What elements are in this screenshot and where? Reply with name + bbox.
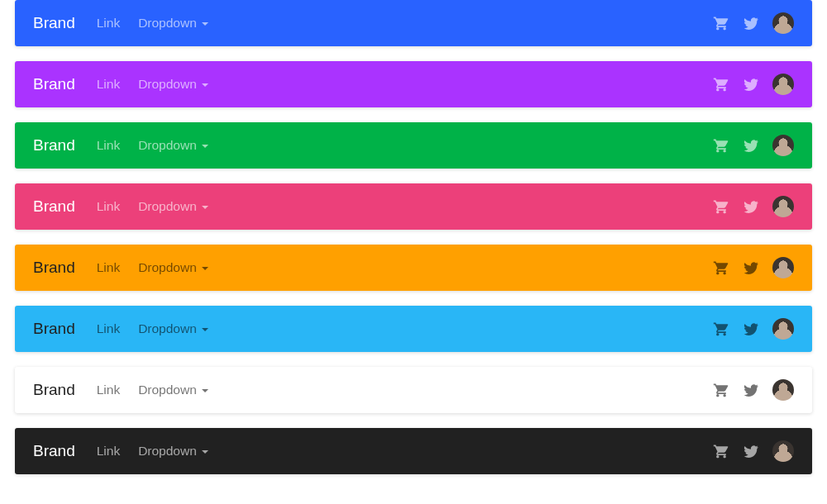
- nav-link[interactable]: Link: [97, 444, 120, 459]
- dropdown-label: Dropdown: [138, 16, 197, 31]
- nav-link[interactable]: Link: [97, 138, 120, 153]
- cart-button[interactable]: [713, 137, 729, 154]
- nav-dropdown[interactable]: Dropdown: [138, 260, 208, 275]
- cart-icon: [713, 321, 729, 337]
- dropdown-label: Dropdown: [138, 260, 197, 275]
- nav-link[interactable]: Link: [97, 199, 120, 214]
- nav-link[interactable]: Link: [97, 260, 120, 275]
- avatar[interactable]: [772, 257, 794, 278]
- twitter-button[interactable]: [743, 198, 759, 215]
- dropdown-label: Dropdown: [138, 77, 197, 92]
- twitter-icon: [743, 15, 759, 31]
- avatar[interactable]: [772, 379, 794, 401]
- chevron-down-icon: [202, 389, 208, 392]
- avatar[interactable]: [772, 440, 794, 462]
- cart-button[interactable]: [713, 15, 729, 31]
- nav-dropdown[interactable]: Dropdown: [138, 16, 208, 31]
- chevron-down-icon: [202, 22, 208, 26]
- cart-icon: [713, 137, 729, 154]
- twitter-button[interactable]: [743, 259, 759, 276]
- navbar-2: BrandLinkDropdown: [15, 122, 812, 169]
- nav-link[interactable]: Link: [97, 321, 120, 336]
- twitter-icon: [743, 321, 759, 337]
- twitter-icon: [743, 259, 759, 276]
- brand[interactable]: Brand: [33, 442, 75, 460]
- twitter-button[interactable]: [743, 137, 759, 154]
- navbar-4: BrandLinkDropdown: [15, 245, 812, 291]
- brand[interactable]: Brand: [33, 320, 75, 338]
- navbar-5: BrandLinkDropdown: [15, 306, 812, 352]
- dropdown-label: Dropdown: [138, 444, 197, 459]
- cart-button[interactable]: [713, 321, 729, 337]
- navbar-0: BrandLinkDropdown: [15, 0, 812, 46]
- chevron-down-icon: [202, 206, 208, 209]
- twitter-icon: [743, 382, 759, 398]
- nav-dropdown[interactable]: Dropdown: [138, 199, 208, 214]
- cart-icon: [713, 259, 729, 276]
- nav-dropdown[interactable]: Dropdown: [138, 444, 208, 459]
- navbar-7: BrandLinkDropdown: [15, 428, 812, 474]
- chevron-down-icon: [202, 450, 208, 454]
- cart-icon: [713, 15, 729, 31]
- dropdown-label: Dropdown: [138, 383, 197, 397]
- chevron-down-icon: [202, 328, 208, 331]
- cart-button[interactable]: [713, 198, 729, 215]
- twitter-button[interactable]: [743, 443, 759, 459]
- twitter-button[interactable]: [743, 76, 759, 93]
- nav-dropdown[interactable]: Dropdown: [138, 383, 208, 397]
- brand[interactable]: Brand: [33, 136, 75, 155]
- brand[interactable]: Brand: [33, 259, 75, 277]
- cart-button[interactable]: [713, 443, 729, 459]
- avatar[interactable]: [772, 196, 794, 217]
- cart-button[interactable]: [713, 76, 729, 93]
- avatar[interactable]: [772, 74, 794, 95]
- twitter-button[interactable]: [743, 15, 759, 31]
- nav-dropdown[interactable]: Dropdown: [138, 321, 208, 336]
- cart-button[interactable]: [713, 259, 729, 276]
- brand[interactable]: Brand: [33, 75, 75, 93]
- twitter-icon: [743, 443, 759, 459]
- twitter-icon: [743, 137, 759, 154]
- nav-link[interactable]: Link: [97, 77, 120, 92]
- twitter-button[interactable]: [743, 321, 759, 337]
- cart-icon: [713, 198, 729, 215]
- chevron-down-icon: [202, 267, 208, 270]
- chevron-down-icon: [202, 83, 208, 87]
- nav-dropdown[interactable]: Dropdown: [138, 138, 208, 153]
- cart-icon: [713, 382, 729, 398]
- brand[interactable]: Brand: [33, 197, 75, 216]
- twitter-button[interactable]: [743, 382, 759, 398]
- avatar[interactable]: [772, 135, 794, 156]
- cart-icon: [713, 443, 729, 459]
- navbar-6: BrandLinkDropdown: [15, 367, 812, 413]
- nav-dropdown[interactable]: Dropdown: [138, 77, 208, 92]
- cart-icon: [713, 76, 729, 93]
- dropdown-label: Dropdown: [138, 138, 197, 153]
- nav-link[interactable]: Link: [97, 16, 120, 31]
- twitter-icon: [743, 76, 759, 93]
- avatar[interactable]: [772, 318, 794, 340]
- cart-button[interactable]: [713, 382, 729, 398]
- twitter-icon: [743, 198, 759, 215]
- chevron-down-icon: [202, 145, 208, 148]
- brand[interactable]: Brand: [33, 381, 75, 399]
- dropdown-label: Dropdown: [138, 199, 197, 214]
- nav-link[interactable]: Link: [97, 383, 120, 397]
- avatar[interactable]: [772, 12, 794, 34]
- brand[interactable]: Brand: [33, 14, 75, 32]
- navbar-1: BrandLinkDropdown: [15, 61, 812, 107]
- navbar-3: BrandLinkDropdown: [15, 183, 812, 230]
- dropdown-label: Dropdown: [138, 321, 197, 336]
